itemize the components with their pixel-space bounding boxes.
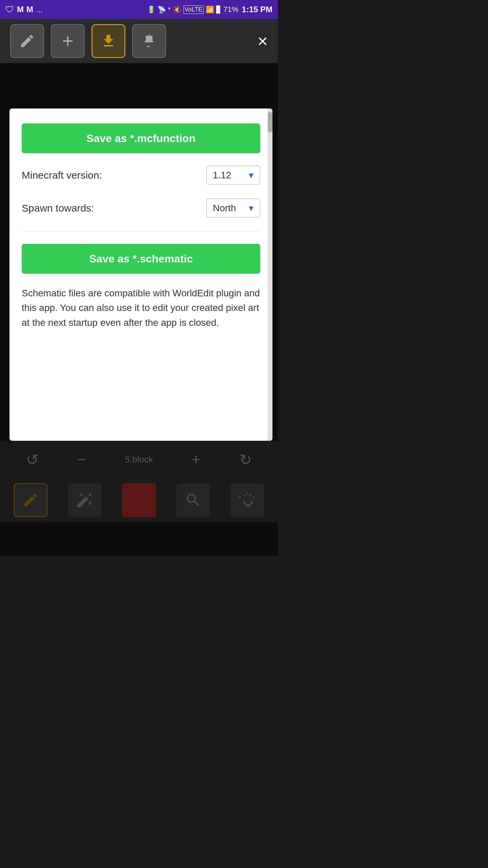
chevron-down-icon: ▾ (249, 170, 253, 181)
minecraft-version-value: 1.12 (213, 170, 231, 181)
scrollbar[interactable] (268, 108, 272, 441)
spawn-towards-row: Spawn towards: North ▾ (22, 198, 260, 221)
spawn-towards-label: Spawn towards: (22, 202, 94, 214)
close-button[interactable]: × (258, 32, 268, 50)
bluetooth-icon: * (168, 6, 171, 14)
save-mcfunction-button[interactable]: Save as *.mcfunction (22, 123, 260, 153)
chevron-down-icon-2: ▾ (249, 202, 253, 214)
minecraft-version-row: Minecraft version: 1.12 ▾ (22, 165, 260, 188)
cast-icon: 📡 (158, 5, 166, 14)
status-bar-left: 🛡 M M ... (5, 4, 43, 15)
shield-icon: 🛡 (5, 4, 14, 15)
mute-icon: 🔇 (173, 5, 181, 14)
save-schematic-button[interactable]: Save as *.schematic (22, 244, 260, 274)
status-bar-right: 🔋 📡 * 🔇 VoLTE 📶 ▊ 71% 1:15 PM (147, 5, 272, 14)
download-button[interactable] (92, 24, 125, 58)
pin-button[interactable] (132, 24, 166, 58)
status-bar: 🛡 M M ... 🔋 📡 * 🔇 VoLTE 📶 ▊ 71% 1:15 PM (0, 0, 278, 19)
edit-button[interactable] (10, 24, 44, 58)
battery-percent: 71% (223, 5, 238, 14)
divider (22, 231, 260, 232)
minecraft-version-dropdown[interactable]: 1.12 ▾ (206, 165, 260, 185)
modal-dialog: Save as *.mcfunction Minecraft version: … (9, 108, 272, 441)
spawn-towards-value: North (213, 203, 236, 214)
volte-icon: VoLTE (183, 5, 204, 14)
spawn-towards-dropdown[interactable]: North ▾ (206, 198, 260, 218)
minecraft-version-label: Minecraft version: (22, 170, 102, 181)
signal-icon: ▊ (216, 5, 221, 14)
add-button[interactable] (51, 24, 85, 58)
mail-icon-1: M (17, 5, 24, 14)
toolbar: × (0, 19, 278, 63)
more-icon: ... (36, 5, 43, 14)
scrollbar-thumb[interactable] (268, 112, 272, 132)
wifi-icon: 📶 (206, 5, 214, 14)
schematic-description: Schematic files are compatible with Worl… (22, 286, 260, 330)
battery-charging-icon: 🔋 (147, 5, 156, 14)
time-display: 1:15 PM (242, 5, 272, 14)
mail-icon-2: M (26, 5, 33, 14)
